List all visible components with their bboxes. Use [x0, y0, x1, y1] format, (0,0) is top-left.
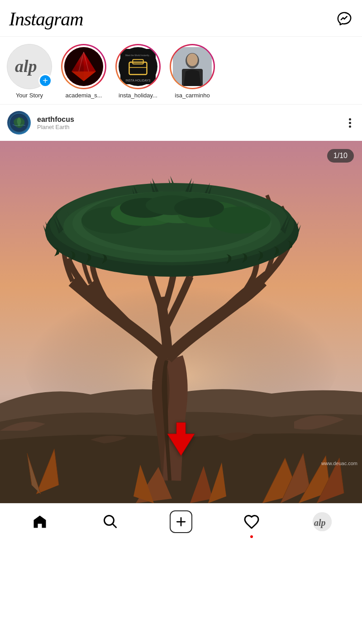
post-user-text: earthfocus Planet Earth: [37, 115, 74, 130]
story-ring-isa: [170, 44, 215, 89]
post-user-info[interactable]: earthfocus Planet Earth: [7, 111, 74, 135]
svg-text:Meet the World Instantly...: Meet the World Instantly...: [125, 54, 151, 57]
nav-add-button[interactable]: [163, 508, 199, 535]
heart-icon: [243, 514, 260, 530]
story-ring-inner-insta-holidays: INSTA HOLIDAYS Meet the World Instantly.…: [117, 45, 159, 88]
watermark: www.deuac.com: [321, 461, 357, 466]
app-header: Instagram: [0, 0, 362, 37]
dot1: [349, 118, 351, 120]
app-logo: Instagram: [9, 8, 83, 30]
isa-avatar-img: [173, 47, 212, 86]
svg-point-19: [187, 53, 198, 66]
insta-holidays-avatar-img: INSTA HOLIDAYS Meet the World Instantly.…: [119, 47, 157, 86]
home-icon: [32, 514, 48, 530]
story-item-your-story[interactable]: alp + Your Story: [5, 44, 54, 99]
story-ring-insta-holidays: INSTA HOLIDAYS Meet the World Instantly.…: [115, 44, 161, 89]
academia-avatar-wrap[interactable]: [61, 44, 106, 89]
image-counter: 1/10: [327, 149, 354, 163]
svg-text:alp: alp: [15, 57, 37, 76]
nav-activity-button[interactable]: [233, 508, 270, 535]
academia-avatar-img: [64, 47, 103, 86]
svg-line-40: [113, 524, 116, 528]
bottom-nav: alp: [0, 503, 362, 539]
story-label-insta-holidays: insta_holiday...: [119, 92, 157, 99]
post-username: earthfocus: [37, 115, 74, 124]
search-icon: [102, 514, 119, 530]
story-ring-inner-isa: [171, 45, 214, 88]
story-label-your-story: Your Story: [16, 92, 43, 99]
story-item-academia[interactable]: academia_s...: [59, 44, 109, 99]
stories-row: alp + Your Story: [0, 37, 362, 105]
story-ring-academia: [61, 44, 106, 89]
dot2: [349, 122, 351, 124]
isa-avatar-wrap[interactable]: [170, 44, 215, 89]
your-story-avatar-wrap[interactable]: alp +: [7, 44, 52, 89]
story-item-isa[interactable]: isa_carminho: [167, 44, 217, 99]
story-item-insta-holidays[interactable]: INSTA HOLIDAYS Meet the World Instantly.…: [113, 44, 163, 99]
add-icon: [170, 510, 192, 533]
dot3: [349, 125, 351, 128]
svg-text:INSTA HOLIDAYS: INSTA HOLIDAYS: [125, 79, 150, 82]
post-more-button[interactable]: [345, 116, 355, 130]
nav-profile-button[interactable]: alp: [304, 508, 340, 535]
post-image[interactable]: 1/10 www.deuac.com: [0, 141, 362, 503]
svg-marker-38: [167, 423, 195, 456]
svg-text:alp: alp: [314, 518, 326, 528]
add-story-badge[interactable]: +: [38, 74, 52, 87]
nav-search-button[interactable]: [92, 508, 129, 535]
story-ring-inner-academia: [62, 45, 105, 88]
messenger-button[interactable]: [336, 10, 353, 28]
insta-holidays-avatar-wrap[interactable]: INSTA HOLIDAYS Meet the World Instantly.…: [115, 44, 161, 89]
post-user-avatar[interactable]: [7, 111, 31, 135]
nav-home-button[interactable]: [22, 508, 58, 535]
post-subtitle: Planet Earth: [37, 124, 74, 130]
svg-point-37: [174, 198, 224, 218]
scroll-down-arrow: [165, 420, 197, 462]
svg-point-39: [105, 515, 114, 525]
story-label-academia: academia_s...: [66, 92, 102, 99]
profile-avatar: alp: [313, 512, 332, 531]
post-header: earthfocus Planet Earth: [0, 105, 362, 141]
story-label-isa: isa_carminho: [175, 92, 210, 99]
